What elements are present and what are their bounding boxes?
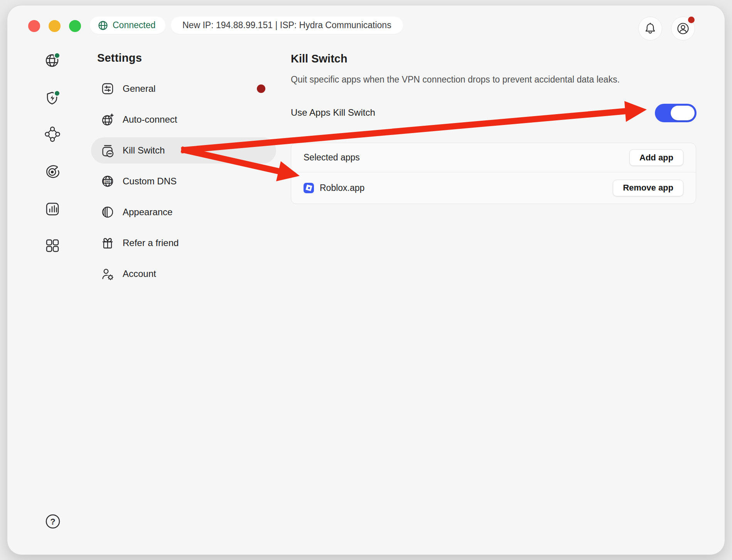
nav-item-label: Auto-connect xyxy=(123,114,177,125)
nav-item-general[interactable]: General xyxy=(91,73,276,104)
selected-apps-card: Selected apps Add app Roblox.app Remove … xyxy=(291,143,696,204)
half-shaded-circle-icon xyxy=(100,205,115,219)
nav-item-label: Custom DNS xyxy=(123,176,177,187)
globe-grid-icon xyxy=(44,52,61,69)
app-window-minus-icon xyxy=(100,143,115,158)
profile-alert-badge xyxy=(687,16,695,24)
traffic-lights xyxy=(28,20,81,32)
help-button[interactable]: ? xyxy=(45,513,61,530)
minimize-button[interactable] xyxy=(49,20,61,32)
toggle-knob xyxy=(671,106,695,120)
sidebar-item-multihop[interactable] xyxy=(44,126,61,143)
vpn-status-label: Connected xyxy=(113,20,155,30)
bell-icon xyxy=(644,22,657,35)
sidebar-item-statistics[interactable] xyxy=(44,201,61,218)
sidebar-item-protection[interactable] xyxy=(44,89,61,106)
user-circle-icon xyxy=(676,21,690,36)
zoom-button[interactable] xyxy=(69,20,81,32)
globe-dns-icon: DNS xyxy=(100,174,115,189)
app-row-roblox: Roblox.app Remove app xyxy=(291,172,696,203)
connection-info-pill: New IP: 194.88.99.151 | ISP: Hydra Commu… xyxy=(171,17,403,34)
notifications-button[interactable] xyxy=(638,17,662,40)
svg-text:?: ? xyxy=(50,517,55,526)
app-name: Roblox.app xyxy=(320,183,364,193)
eye-spiral-icon xyxy=(44,163,61,180)
settings-nav: General Auto-connect xyxy=(91,73,276,289)
globe-icon xyxy=(98,20,108,31)
apps-kill-switch-label: Use Apps Kill Switch xyxy=(291,107,375,118)
nav-item-custom-dns[interactable]: DNS Custom DNS xyxy=(91,166,276,197)
connection-info-label: New IP: 194.88.99.151 | ISP: Hydra Commu… xyxy=(182,20,391,30)
page-description: Quit specific apps when the VPN connecti… xyxy=(291,74,620,85)
nav-item-account[interactable]: Account xyxy=(91,258,276,289)
gift-icon xyxy=(100,236,115,250)
nav-item-auto-connect[interactable]: Auto-connect xyxy=(91,104,276,135)
vpn-status-pill[interactable]: Connected xyxy=(90,17,165,34)
network-nodes-icon xyxy=(44,126,61,143)
nav-item-label: Appearance xyxy=(123,207,172,218)
sliders-icon xyxy=(100,81,115,96)
sidebar-item-tracker-blocker[interactable] xyxy=(44,163,61,180)
question-mark-icon: ? xyxy=(45,513,61,530)
add-app-button[interactable]: Add app xyxy=(629,149,683,166)
apps-grid-icon xyxy=(44,237,61,254)
sidebar-item-apps[interactable] xyxy=(44,237,61,254)
shield-bolt-icon xyxy=(44,89,61,106)
settings-nav-title: Settings xyxy=(97,52,142,64)
user-gear-icon xyxy=(100,267,115,281)
roblox-app-icon xyxy=(304,183,314,193)
globe-sparkle-icon xyxy=(100,112,115,127)
nav-item-label: Account xyxy=(123,268,156,279)
nav-item-label: Refer a friend xyxy=(123,238,179,248)
sidebar-item-servers[interactable] xyxy=(44,52,61,69)
profile-button[interactable] xyxy=(671,17,695,40)
general-alert-dot xyxy=(257,84,265,93)
nav-item-label: Kill Switch xyxy=(123,145,165,156)
apps-kill-switch-toggle[interactable] xyxy=(655,104,697,122)
remove-app-button[interactable]: Remove app xyxy=(613,180,683,196)
bar-chart-icon xyxy=(44,201,61,218)
svg-text:DNS: DNS xyxy=(105,180,110,183)
selected-apps-header: Selected apps xyxy=(304,152,360,163)
nav-item-refer-a-friend[interactable]: Refer a friend xyxy=(91,228,276,258)
page-title: Kill Switch xyxy=(291,52,347,65)
nav-item-label: General xyxy=(123,83,155,94)
nav-item-kill-switch[interactable]: Kill Switch xyxy=(91,137,276,164)
nav-item-appearance[interactable]: Appearance xyxy=(91,197,276,228)
app-window: Connected New IP: 194.88.99.151 | ISP: H… xyxy=(7,5,725,555)
close-button[interactable] xyxy=(28,20,40,32)
